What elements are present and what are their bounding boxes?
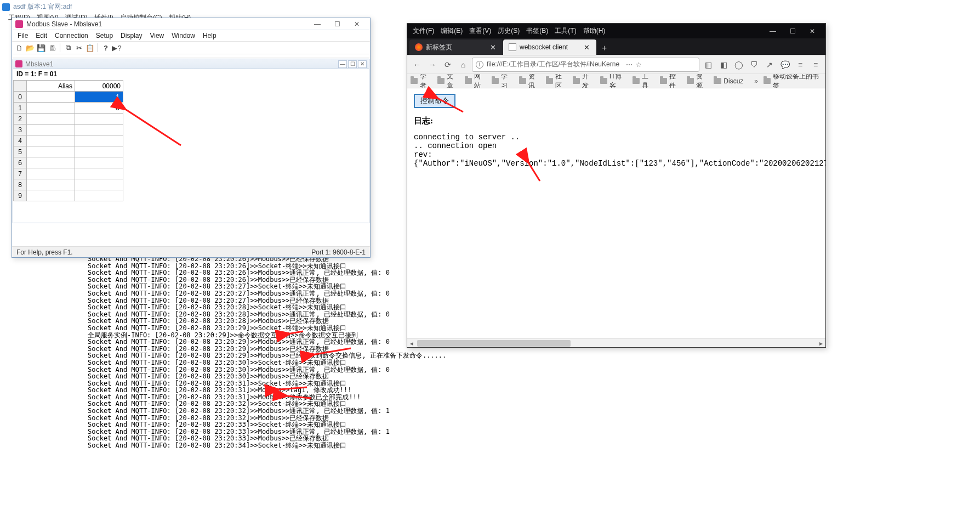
ff-menu-edit[interactable]: 编辑(E) <box>441 26 463 36</box>
mobile-bookmarks[interactable]: 移动设备上的书签 <box>764 73 822 88</box>
ff-menu-view[interactable]: 查看(V) <box>469 26 491 36</box>
child-max-button[interactable]: ☐ <box>348 60 357 68</box>
cell-value[interactable] <box>75 135 123 146</box>
ff-maximize-button[interactable]: ☐ <box>783 24 802 38</box>
minimize-button[interactable]: — <box>307 19 327 30</box>
bookmark-item[interactable]: 工具 <box>633 73 654 88</box>
close-button[interactable]: ✕ <box>347 19 367 30</box>
new-tab-button[interactable]: ＋ <box>597 41 611 55</box>
cell-value[interactable] <box>75 190 123 201</box>
overflow-chevron-icon[interactable]: » <box>754 77 758 85</box>
child-min-button[interactable]: — <box>338 60 347 68</box>
modbus-register-table[interactable]: Alias 00000 011023456789 <box>13 80 123 201</box>
cell-value[interactable] <box>75 157 123 168</box>
scroll-right-icon[interactable]: ▸ <box>817 339 825 348</box>
firefox-bookmarks-toolbar[interactable]: 学者文章网站学习资讯社区开发IT博客工具控件资源Discuz » 移动设备上的书… <box>407 73 825 88</box>
tab-new[interactable]: 新标签页 ✕ <box>409 39 503 55</box>
tab-close-icon[interactable]: ✕ <box>489 43 497 52</box>
table-row[interactable]: 9 <box>14 190 123 201</box>
cell-alias[interactable] <box>27 179 75 190</box>
cell-value[interactable]: 1 <box>75 92 123 103</box>
maximize-button[interactable]: ☐ <box>327 19 347 30</box>
home-button[interactable]: ⌂ <box>457 58 470 71</box>
menu-help[interactable]: Help <box>203 32 216 39</box>
child-close-button[interactable]: ✕ <box>358 60 367 68</box>
control-command-button[interactable]: 控制命令 <box>414 94 455 108</box>
scrollbar-thumb[interactable] <box>417 340 571 347</box>
ff-menu-tools[interactable]: 工具(T) <box>555 26 576 36</box>
bookmark-item[interactable]: 学习 <box>492 73 513 88</box>
menu-connection[interactable]: Connection <box>55 32 88 39</box>
url-bar[interactable]: i file:///E:/工作目录/工作区/平台软件/iNeuKerne ⋯ ☆ <box>472 58 699 72</box>
bookmark-item[interactable]: 网站 <box>465 73 486 88</box>
send-tab-icon[interactable]: ↗ <box>763 58 776 71</box>
bookmark-item[interactable]: 控件 <box>660 73 681 88</box>
save-icon[interactable]: 💾 <box>36 43 46 53</box>
col-value[interactable]: 00000 <box>75 81 123 92</box>
cell-value[interactable] <box>75 168 123 179</box>
cell-alias[interactable] <box>27 103 75 114</box>
hamburger-menu-icon[interactable]: ≡ <box>809 58 822 71</box>
cell-alias[interactable] <box>27 157 75 168</box>
paste-icon[interactable]: 📋 <box>85 43 95 53</box>
cell-value[interactable] <box>75 179 123 190</box>
table-row[interactable]: 6 <box>14 157 123 168</box>
cell-alias[interactable] <box>27 92 75 103</box>
copy-icon[interactable]: ⧉ <box>63 43 73 53</box>
cell-value[interactable]: 0 <box>75 103 123 114</box>
cell-alias[interactable] <box>27 114 75 125</box>
forward-button[interactable]: → <box>426 58 439 71</box>
ff-menu-help[interactable]: 帮助(H) <box>583 26 606 36</box>
site-info-icon[interactable]: i <box>476 61 483 69</box>
firefox-titlebar[interactable]: 文件(F) 编辑(E) 查看(V) 历史(S) 书签(B) 工具(T) 帮助(H… <box>407 24 825 38</box>
bookmark-item[interactable]: Discuz <box>714 77 743 85</box>
cell-alias[interactable] <box>27 125 75 135</box>
menu-window[interactable]: Window <box>172 32 195 39</box>
cell-alias[interactable] <box>27 168 75 179</box>
menu-display[interactable]: Display <box>121 32 142 39</box>
extensions-icon[interactable]: ≡ <box>794 58 807 71</box>
ff-minimize-button[interactable]: — <box>763 24 783 38</box>
cell-alias[interactable] <box>27 190 75 201</box>
menu-setup[interactable]: Setup <box>96 32 113 39</box>
tab-websocket-client[interactable]: websocket client ✕ <box>503 39 596 55</box>
table-row[interactable]: 01 <box>14 92 123 103</box>
col-alias[interactable]: Alias <box>27 81 75 92</box>
scroll-left-icon[interactable]: ◂ <box>407 339 416 348</box>
help-pointer-icon[interactable]: ▶? <box>112 43 122 53</box>
bookmark-item[interactable]: 资讯 <box>519 73 540 88</box>
page-actions-icon[interactable]: ⋯ <box>626 61 633 69</box>
menu-edit[interactable]: Edit <box>36 32 47 39</box>
bookmark-item[interactable]: 开发 <box>573 73 594 88</box>
chat-icon[interactable]: 💬 <box>778 58 791 71</box>
reload-button[interactable]: ⟳ <box>441 58 454 71</box>
ff-menu-history[interactable]: 历史(S) <box>498 26 520 36</box>
ff-menu-file[interactable]: 文件(F) <box>413 26 434 36</box>
cut-icon[interactable]: ✂ <box>74 43 84 53</box>
library-icon[interactable]: ▥ <box>702 58 715 71</box>
modbus-menubar[interactable]: File Edit Connection Setup Display View … <box>12 30 370 41</box>
modbus-child-titlebar[interactable]: Mbslave1 — ☐ ✕ <box>13 59 369 69</box>
cell-value[interactable] <box>75 114 123 125</box>
firefox-tabstrip[interactable]: 新标签页 ✕ websocket client ✕ ＋ <box>407 38 825 55</box>
table-row[interactable]: 4 <box>14 135 123 146</box>
ff-menu-bookmark[interactable]: 书签(B) <box>526 26 548 36</box>
horizontal-scrollbar[interactable]: ◂ ▸ <box>407 338 825 347</box>
open-icon[interactable]: 📂 <box>25 43 35 53</box>
sidebar-icon[interactable]: ◧ <box>717 58 730 71</box>
cell-value[interactable] <box>75 125 123 135</box>
menu-view[interactable]: View <box>150 32 164 39</box>
tab-close-icon[interactable]: ✕ <box>583 43 591 52</box>
cell-alias[interactable] <box>27 146 75 157</box>
bookmark-item[interactable]: 社区 <box>546 73 567 88</box>
ff-close-button[interactable]: ✕ <box>802 24 822 38</box>
new-icon[interactable]: 🗋 <box>14 43 24 53</box>
bookmark-item[interactable]: IT博客 <box>600 73 627 88</box>
table-row[interactable]: 8 <box>14 179 123 190</box>
account-icon[interactable]: ◯ <box>732 58 745 71</box>
table-row[interactable]: 2 <box>14 114 123 125</box>
bookmark-item[interactable]: 资源 <box>687 73 708 88</box>
table-row[interactable]: 5 <box>14 146 123 157</box>
menu-file[interactable]: File <box>18 32 28 39</box>
back-button[interactable]: ← <box>411 58 424 71</box>
